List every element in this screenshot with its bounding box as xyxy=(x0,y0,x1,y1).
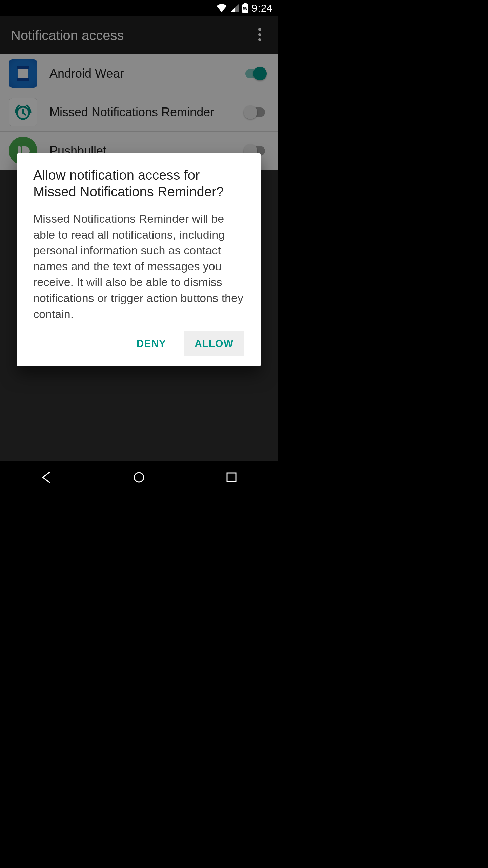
svg-point-10 xyxy=(134,473,144,482)
permission-dialog: Allow notification access for Missed Not… xyxy=(17,153,261,366)
allow-button[interactable]: ALLOW xyxy=(184,331,244,356)
nav-recents-button[interactable] xyxy=(221,467,242,488)
home-icon xyxy=(133,471,145,484)
dialog-actions: DENY ALLOW xyxy=(33,331,244,356)
svg-rect-1 xyxy=(244,3,247,5)
modal-scrim: Notification access Android Wear xyxy=(0,16,278,461)
nav-home-button[interactable] xyxy=(129,467,149,488)
battery-percent: 98 xyxy=(242,6,248,11)
battery-icon: 98 xyxy=(242,3,248,13)
status-bar: 98 9:24 xyxy=(0,0,278,16)
deny-button[interactable]: DENY xyxy=(126,331,177,356)
svg-rect-11 xyxy=(227,473,236,482)
dialog-body: Missed Notifications Reminder will be ab… xyxy=(33,211,244,322)
wifi-icon xyxy=(217,4,227,12)
status-clock: 9:24 xyxy=(252,2,273,14)
dialog-title: Allow notification access for Missed Not… xyxy=(33,167,244,200)
navigation-bar xyxy=(0,461,278,494)
back-icon xyxy=(40,471,53,484)
nav-back-button[interactable] xyxy=(36,467,57,488)
recents-icon xyxy=(226,472,237,483)
cell-signal-icon xyxy=(230,4,239,12)
